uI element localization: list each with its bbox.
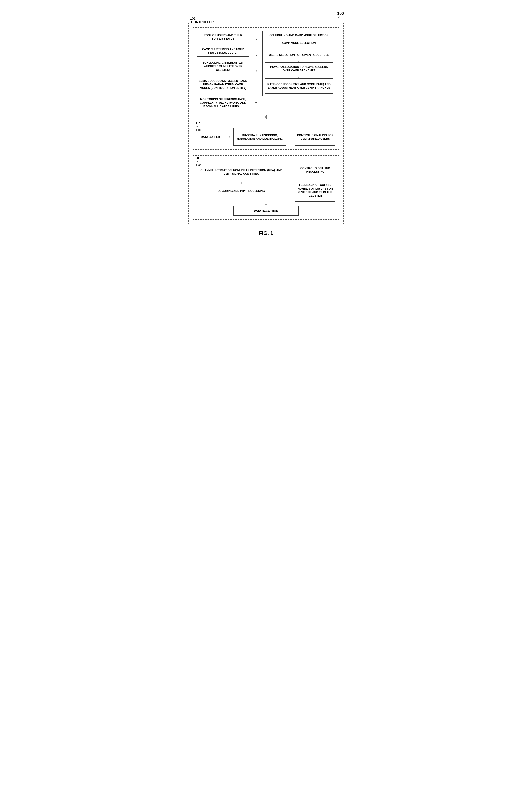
tp-num-label: ↗110 [196, 125, 201, 132]
feedback-box: FEEDBACK OF CQI AND NUMBER OF LAYERS FOR… [295, 179, 336, 202]
monitoring-box: MONITORING OF PERFORMANCE, COMPLEXITY, U… [196, 95, 249, 110]
channel-estimation-box: CHANNEL ESTIMATION, NONLINEAR DETECTION … [196, 163, 286, 181]
users-selection-box: USERS SELECTION FOR GIVEN RESOURCES [265, 51, 333, 59]
ue-section: UE ↗120 CHANNEL ESTIMATION, NONLINEAR DE… [193, 155, 339, 220]
mu-scma-box: MU-SCMA PHY ENCODING, MODULATION AND MUL… [233, 128, 286, 146]
controller-tp-arrow: ⇕ [193, 114, 339, 120]
controller-section: POOL OF USERS AND THEIR BUFFER STATUS Co… [193, 27, 339, 114]
tp-inner: DATA BUFFER → MU-SCMA PHY ENCODING, MODU… [196, 128, 336, 146]
arrow-ue-right-to-left: ← [289, 163, 293, 175]
scheduling-outer-box: SCHEDULING AND CoMP MODE SELECTION CoMP … [263, 31, 336, 96]
comp-mode-selection-box: CoMP MODE SELECTION [265, 39, 333, 47]
main-container: 101 CONTROLLER POOL OF USERS AND THEIR B… [188, 23, 344, 224]
scheduling-inner-col: CoMP MODE SELECTION ↓ USERS SELECTION FO… [265, 39, 333, 94]
control-signaling-ue-box: CONTROL SIGNALING PROCESSING [295, 163, 336, 177]
data-reception-row: DATA RECEPTION [196, 206, 336, 216]
arrow-to-data-reception: ↓ [196, 202, 336, 206]
arrow-tp-2: → [289, 134, 293, 139]
tp-label: TP [196, 121, 200, 125]
tp-ue-arrow: ↓ [193, 150, 339, 155]
ue-right-col: CONTROL SIGNALING PROCESSING FEEDBACK OF… [295, 163, 336, 202]
figure-caption: FIG. 1 [188, 230, 344, 236]
control-signaling-tp-box: CONTROL SIGNALING FOR CoMP/PAIRED USERS [295, 128, 336, 146]
arrow-tp-1: → [227, 134, 231, 139]
rate-codebook-box: RATE (CODEBOOK SIZE AND CODE RATE) AND L… [265, 78, 333, 94]
arrows-middle-col: → → → ↑ → [252, 31, 260, 110]
ue-left-col: CHANNEL ESTIMATION, NONLINEAR DETECTION … [196, 163, 286, 197]
controller-label: CONTROLLER [190, 20, 215, 24]
tp-section: TP ↗110 DATA BUFFER → MU-SCMA PHY ENCODI… [193, 120, 339, 150]
arrow-2: → [254, 53, 258, 57]
scma-codebooks-box: SCMA CODEBOOKS (MCS LUT) AND DESIGN PARA… [196, 76, 249, 93]
arrow-sched-3: ↓ [265, 75, 333, 78]
arrow-4-updown: ↑ [255, 85, 257, 89]
ue-inner: CHANNEL ESTIMATION, NONLINEAR DETECTION … [196, 163, 336, 202]
ue-num-label: ↗120 [196, 160, 201, 167]
arrow-1: → [254, 37, 258, 41]
arrow-sched-2: ↓ [265, 59, 333, 62]
arrow-to-100: ↙ [337, 15, 340, 19]
ue-label: UE [196, 156, 200, 160]
data-reception-box: DATA RECEPTION [233, 206, 299, 216]
page: 100 ↙ 101 CONTROLLER POOL OF USERS AND T… [178, 5, 354, 249]
pool-users-box: POOL OF USERS AND THEIR BUFFER STATUS [196, 31, 249, 43]
controller-inner: POOL OF USERS AND THEIR BUFFER STATUS Co… [196, 31, 336, 110]
power-allocation-box: POWER ALLOCATION FOR LAYERS/USERS OVER C… [265, 62, 333, 75]
decoding-box: DECODING AND PHY PROCESSING [196, 185, 286, 197]
arrow-5: → [254, 100, 258, 104]
scheduling-outer-title: SCHEDULING AND CoMP MODE SELECTION [265, 34, 333, 37]
right-column: SCHEDULING AND CoMP MODE SELECTION CoMP … [263, 31, 336, 110]
scheduling-criterion-box: SCHEDULING CRITERION (e.g. WEIGHTED SUM-… [196, 59, 249, 74]
arrow-sched-1: ↓ [265, 47, 333, 51]
left-column: POOL OF USERS AND THEIR BUFFER STATUS Co… [196, 31, 249, 110]
comp-clustering-box: CoMP CLUSTERING AND USER STATUS (CEU, CC… [196, 45, 249, 57]
arrow-ue-1: ↓ [196, 181, 286, 185]
arrow-3: → [254, 69, 258, 73]
